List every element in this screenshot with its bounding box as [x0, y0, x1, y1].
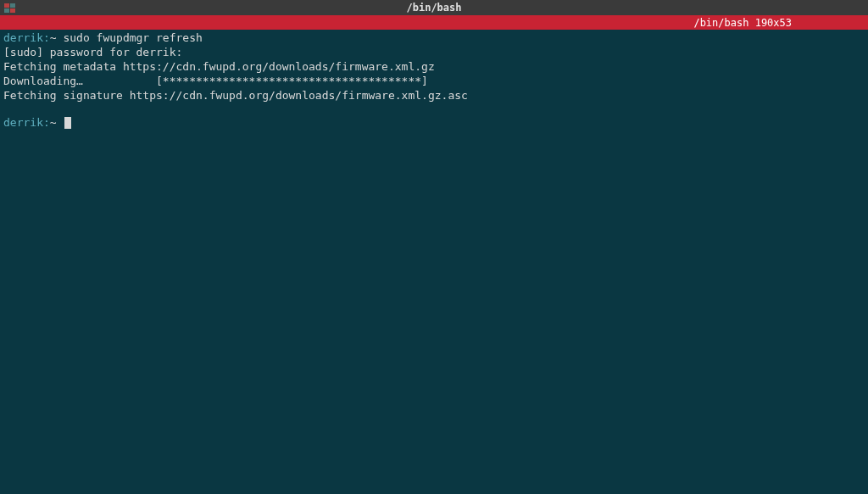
status-text: /bin/bash 190x53 — [693, 17, 792, 29]
terminal-line: Fetching signature https://cdn.fwupd.org… — [3, 89, 865, 103]
prompt-path: ~ — [50, 31, 64, 44]
terminal-line: Fetching metadata https://cdn.fwupd.org/… — [3, 60, 865, 75]
cursor-icon — [64, 117, 71, 129]
window-titlebar[interactable]: /bin/bash — [0, 0, 868, 15]
terminal-output[interactable]: derrik:~ sudo fwupdmgr refresh [sudo] pa… — [0, 30, 868, 132]
window-title: /bin/bash — [406, 2, 461, 14]
command-text: sudo fwupdmgr refresh — [63, 31, 202, 44]
terminal-line: Downloading… [**************************… — [3, 75, 865, 89]
prompt-user: derrik — [3, 116, 43, 129]
window-menu-icon[interactable] — [3, 3, 15, 13]
status-bar: /bin/bash 190x53 — [0, 15, 868, 30]
terminal-line: derrik:~ sudo fwupdmgr refresh — [3, 31, 865, 46]
prompt-separator: : — [43, 31, 50, 44]
terminal-line: derrik:~ — [3, 116, 865, 130]
prompt-user: derrik — [3, 31, 43, 44]
prompt-path: ~ — [50, 116, 64, 129]
terminal-line: [sudo] password for derrik: — [3, 46, 865, 60]
prompt-separator: : — [43, 116, 50, 129]
